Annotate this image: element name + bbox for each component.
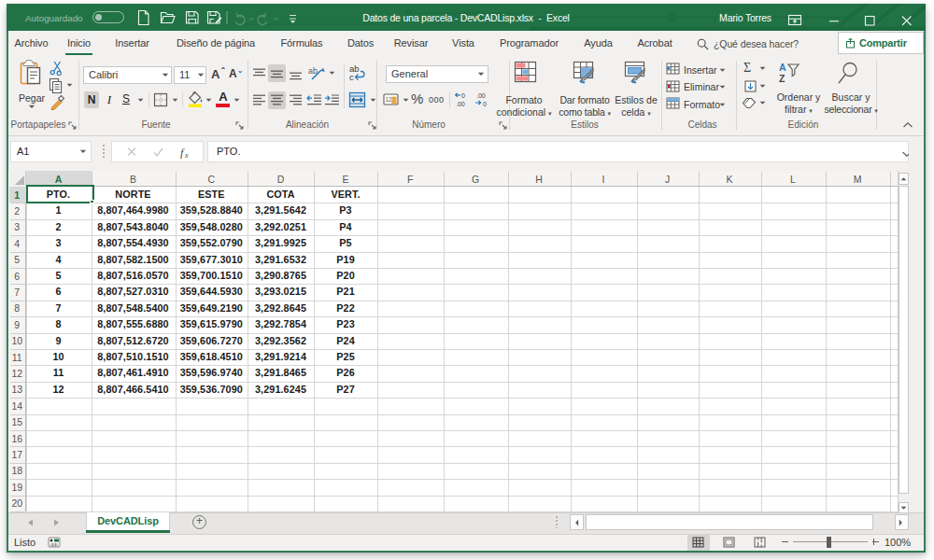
svg-text:c: c [349, 72, 354, 82]
svg-text:.00: .00 [456, 101, 465, 107]
svg-text:A: A [779, 62, 786, 73]
svg-text:.00: .00 [476, 92, 486, 99]
svg-text:Z: Z [779, 73, 785, 84]
svg-text:0: 0 [461, 92, 465, 99]
svg-text:x: x [184, 151, 189, 159]
